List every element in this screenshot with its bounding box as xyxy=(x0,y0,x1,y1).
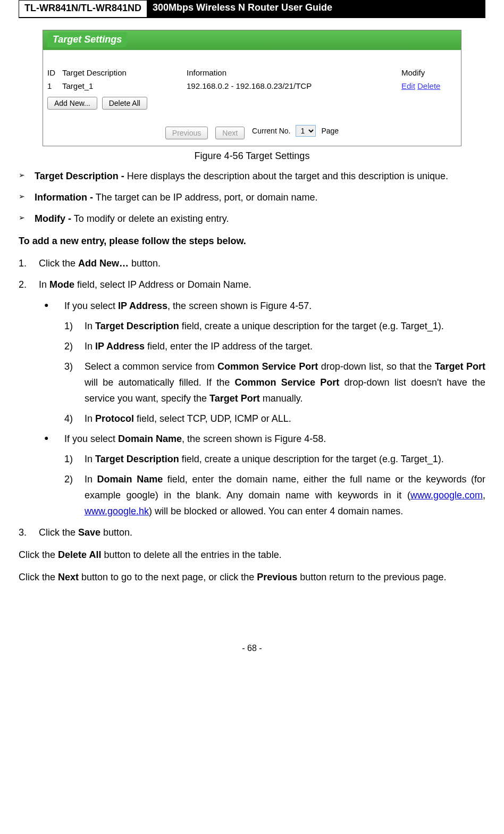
guide-title: 300Mbps Wireless N Router User Guide xyxy=(147,0,485,17)
ip-substep-1: In Target Description field, create a un… xyxy=(85,318,485,334)
substep-1-number: 1) xyxy=(64,318,85,334)
ip-substep-4: In Protocol field, select TCP, UDP, ICMP… xyxy=(85,411,485,427)
table-row: 1 Target_1 192.168.0.2 - 192.168.0.23/21… xyxy=(47,79,457,93)
page-header: TL-WR841N/TL-WR841ND 300Mbps Wireless N … xyxy=(19,0,485,18)
dn-substep-2: In Domain Name field, enter the domain n… xyxy=(85,471,485,519)
delete-all-button[interactable]: Delete All xyxy=(102,97,147,110)
bullet-information: Information - The target can be IP addre… xyxy=(35,189,485,205)
arrow-icon: ➢ xyxy=(19,189,35,205)
ip-substep-3: Select a common service from Common Serv… xyxy=(85,358,485,406)
step-1-text: Click the Add New… button. xyxy=(39,255,485,271)
cell-id: 1 xyxy=(47,79,62,93)
bullet-modify: Modify - To modify or delete an existing… xyxy=(35,211,485,227)
target-settings-screenshot: Target Settings ID Target Description In… xyxy=(43,30,461,146)
next-button[interactable]: Next xyxy=(215,127,245,139)
cell-info: 192.168.0.2 - 192.168.0.23/21/TCP xyxy=(187,79,401,93)
next-prev-para: Click the Next button to go to the next … xyxy=(19,569,485,585)
ip-branch-intro: If you select IP Address, the screen sho… xyxy=(64,298,485,314)
google-hk-link[interactable]: www.google.hk xyxy=(85,506,149,516)
step-3-number: 3. xyxy=(19,524,39,540)
bullet-icon: ● xyxy=(39,431,64,447)
step-2-text: In Mode field, select IP Address or Doma… xyxy=(39,277,485,293)
panel-header: Target Settings xyxy=(43,30,461,50)
col-modify: Modify xyxy=(401,66,457,79)
previous-button[interactable]: Previous xyxy=(165,127,208,139)
cell-desc: Target_1 xyxy=(62,79,187,93)
arrow-icon: ➢ xyxy=(19,211,35,227)
arrow-icon: ➢ xyxy=(19,168,35,184)
edit-link[interactable]: Edit xyxy=(401,81,415,90)
bullet-target-description: Target Description - Here displays the d… xyxy=(35,168,485,184)
model-label: TL-WR841N/TL-WR841ND xyxy=(19,0,147,17)
substep-2-number: 2) xyxy=(64,338,85,354)
substep-1-number: 1) xyxy=(64,451,85,467)
dn-substep-1: In Target Description field, create a un… xyxy=(85,451,485,467)
current-no-label: Current No. xyxy=(252,127,290,135)
substep-4-number: 4) xyxy=(64,411,85,427)
substep-3-number: 3) xyxy=(64,358,85,406)
ip-substep-2: In IP Address field, enter the IP addres… xyxy=(85,338,485,354)
step-2-number: 2. xyxy=(19,277,39,293)
google-com-link[interactable]: www.google.com xyxy=(410,490,483,501)
page-label: Page xyxy=(321,127,339,135)
step-1-number: 1. xyxy=(19,255,39,271)
pager-row: Previous Next Current No. 1 Page xyxy=(43,119,461,146)
step-3-text: Click the Save button. xyxy=(39,524,485,540)
add-entry-heading: To add a new entry, please follow the st… xyxy=(19,233,485,249)
page-select[interactable]: 1 xyxy=(296,125,316,137)
col-information: Information xyxy=(187,66,401,79)
panel-title: Target Settings xyxy=(47,32,127,47)
target-table: ID Target Description Information Modify… xyxy=(47,66,457,93)
substep-2-number: 2) xyxy=(64,471,85,519)
delete-all-para: Click the Delete All button to delete al… xyxy=(19,547,485,563)
dn-branch-intro: If you select Domain Name, the screen sh… xyxy=(64,431,485,447)
delete-link[interactable]: Delete xyxy=(417,81,440,90)
figure-caption: Figure 4-56 Target Settings xyxy=(19,151,485,162)
page-number: - 68 - xyxy=(19,644,485,653)
add-new-button[interactable]: Add New... xyxy=(47,97,97,110)
cell-modify: Edit Delete xyxy=(401,79,457,93)
col-id: ID xyxy=(47,66,62,79)
bullet-icon: ● xyxy=(39,298,64,314)
col-description: Target Description xyxy=(62,66,187,79)
